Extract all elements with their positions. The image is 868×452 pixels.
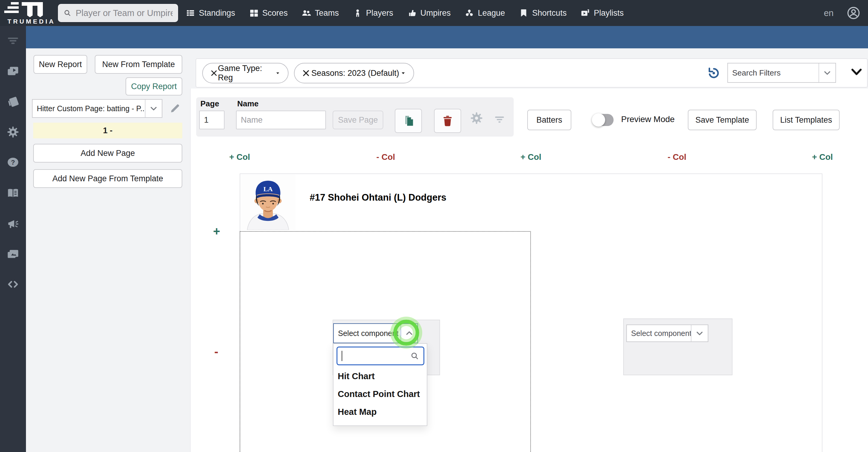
list-templates-button[interactable]: List Templates bbox=[773, 110, 840, 130]
trumedia-logo[interactable]: TRUMEDIA bbox=[4, 1, 59, 25]
playlists-icon bbox=[580, 8, 590, 18]
nav-item-scores[interactable]: Scores bbox=[249, 8, 288, 18]
chevron-down-icon[interactable] bbox=[818, 63, 835, 82]
players-icon bbox=[353, 8, 363, 18]
preview-mode-label: Preview Mode bbox=[621, 114, 675, 124]
option-contact-point-chart[interactable]: Contact Point Chart bbox=[334, 385, 427, 403]
report-page-container: LA #17 Shohei Ohtani (L) Dodgers bbox=[240, 173, 823, 452]
search-icon bbox=[410, 351, 419, 361]
add-col-button[interactable]: + Col bbox=[229, 152, 250, 162]
navbar-menu: Standings Scores Teams Players bbox=[186, 0, 623, 26]
batters-button[interactable]: Batters bbox=[527, 110, 571, 130]
navbar-right: en bbox=[824, 0, 861, 26]
add-new-page-from-template-button[interactable]: Add New Page From Template bbox=[33, 169, 182, 188]
edit-pencil-icon[interactable] bbox=[169, 102, 181, 114]
page-name-input[interactable] bbox=[236, 111, 326, 129]
nav-label: League bbox=[478, 8, 505, 18]
option-hit-chart[interactable]: Hit Chart bbox=[334, 367, 427, 385]
component-placeholder-right: Select component bbox=[623, 318, 733, 375]
collapse-filters-chevron-icon[interactable] bbox=[850, 65, 863, 77]
page-filter-icon[interactable] bbox=[494, 114, 505, 125]
caret-down-icon[interactable] bbox=[400, 70, 406, 76]
filter-chip-seasons[interactable]: Seasons: 2023 (Default) bbox=[294, 63, 414, 83]
nav-item-teams[interactable]: Teams bbox=[302, 8, 339, 18]
trumedia-logo-icon bbox=[4, 1, 44, 17]
video-playlists-icon[interactable] bbox=[6, 64, 20, 78]
filter-history-icon[interactable] bbox=[707, 66, 721, 80]
umpires-icon bbox=[407, 8, 417, 18]
nav-label: Umpires bbox=[421, 8, 451, 18]
header-blue-band bbox=[26, 26, 868, 48]
chevron-up-icon[interactable] bbox=[401, 324, 417, 343]
add-col-button[interactable]: + Col bbox=[520, 152, 541, 162]
add-new-page-button[interactable]: Add New Page bbox=[33, 144, 182, 163]
announcements-megaphone-icon[interactable] bbox=[6, 217, 20, 230]
nav-item-umpires[interactable]: Umpires bbox=[407, 8, 451, 18]
chevron-down-icon[interactable] bbox=[145, 100, 162, 117]
add-col-button[interactable]: + Col bbox=[812, 152, 833, 162]
nav-item-league[interactable]: League bbox=[464, 8, 505, 18]
copy-report-button[interactable]: Copy Report bbox=[126, 77, 182, 95]
remove-filter-icon[interactable] bbox=[210, 69, 218, 77]
cards-icon[interactable] bbox=[6, 95, 20, 109]
new-report-button[interactable]: New Report bbox=[33, 55, 87, 74]
remove-filter-icon[interactable] bbox=[302, 69, 310, 77]
text-cursor bbox=[342, 351, 342, 361]
report-select[interactable]: Hitter Custom Page: batting - P... bbox=[32, 99, 162, 118]
remove-col-button[interactable]: - Col bbox=[376, 152, 395, 162]
nav-item-shortcuts[interactable]: Shortcuts bbox=[519, 8, 566, 18]
filter-icon[interactable] bbox=[6, 34, 20, 48]
settings-gear-icon[interactable] bbox=[6, 125, 20, 139]
save-template-button[interactable]: Save Template bbox=[688, 110, 756, 130]
report-canvas: Page Name Save Page bbox=[190, 88, 868, 452]
save-page-button[interactable]: Save Page bbox=[333, 111, 383, 129]
delete-page-button[interactable] bbox=[434, 109, 461, 133]
caret-down-icon[interactable] bbox=[275, 70, 281, 76]
report-panel: New Report New From Template Copy Report… bbox=[26, 48, 190, 452]
page-form-panel: Page Name Save Page bbox=[196, 97, 514, 137]
search-filters-select[interactable]: Search Filters bbox=[727, 63, 836, 83]
component-select-left[interactable]: Select component bbox=[333, 323, 418, 343]
media-gallery-icon[interactable] bbox=[6, 248, 20, 261]
add-row-button[interactable]: + bbox=[213, 225, 220, 237]
global-search[interactable] bbox=[58, 4, 178, 22]
component-search-input[interactable] bbox=[337, 346, 424, 365]
nav-item-playlists[interactable]: Playlists bbox=[580, 8, 623, 18]
filter-chip-label: Game Type: Reg bbox=[218, 64, 275, 83]
remove-row-button[interactable]: - bbox=[214, 345, 218, 358]
svg-text:LA: LA bbox=[264, 185, 273, 193]
nav-label: Shortcuts bbox=[532, 8, 566, 18]
new-from-template-button[interactable]: New From Template bbox=[95, 55, 182, 74]
docs-book-icon[interactable] bbox=[6, 187, 20, 200]
top-navbar: TRUMEDIA Standings Scores bbox=[0, 0, 868, 26]
standings-icon bbox=[186, 8, 195, 18]
page-list-item-1[interactable]: 1 - bbox=[33, 123, 182, 138]
teams-icon bbox=[302, 8, 311, 18]
shortcuts-icon bbox=[519, 8, 528, 18]
nav-item-players[interactable]: Players bbox=[353, 8, 393, 18]
page-number-input[interactable] bbox=[199, 111, 224, 129]
report-select-value: Hitter Custom Page: batting - P... bbox=[33, 100, 145, 117]
page-settings-gear-icon[interactable] bbox=[470, 111, 484, 125]
nav-item-standings[interactable]: Standings bbox=[186, 8, 235, 18]
nav-label: Players bbox=[366, 8, 393, 18]
component-select-right[interactable]: Select component bbox=[626, 324, 708, 342]
duplicate-page-button[interactable] bbox=[395, 109, 422, 133]
option-heat-map[interactable]: Heat Map bbox=[334, 403, 427, 421]
code-icon[interactable] bbox=[6, 278, 20, 291]
nav-label: Teams bbox=[315, 8, 339, 18]
nav-label: Standings bbox=[199, 8, 235, 18]
user-avatar-icon[interactable] bbox=[846, 6, 861, 20]
remove-col-button[interactable]: - Col bbox=[668, 152, 686, 162]
filter-chip-label: Seasons: 2023 (Default) bbox=[311, 68, 399, 78]
toggle-knob bbox=[592, 113, 605, 126]
search-filters-label: Search Filters bbox=[728, 63, 818, 82]
filter-chip-game-type[interactable]: Game Type: Reg bbox=[202, 63, 288, 83]
brand-name: TRUMEDIA bbox=[4, 18, 59, 25]
locale-label[interactable]: en bbox=[824, 8, 834, 18]
global-search-input[interactable] bbox=[76, 8, 173, 18]
help-icon[interactable]: ? bbox=[6, 156, 20, 169]
scores-icon bbox=[249, 8, 259, 18]
chevron-down-icon[interactable] bbox=[691, 325, 708, 341]
preview-mode-toggle[interactable] bbox=[593, 114, 614, 126]
